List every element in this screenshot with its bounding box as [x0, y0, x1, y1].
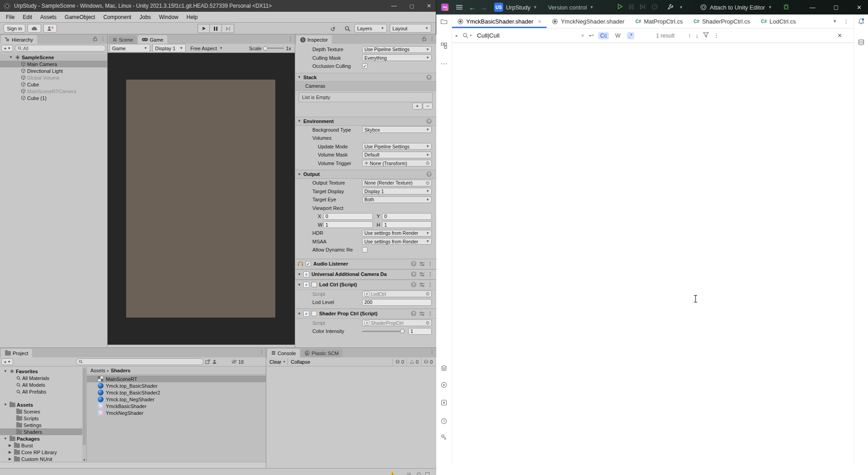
- hidden-packages-count[interactable]: 18: [231, 359, 244, 365]
- object-picker-icon[interactable]: ⊙: [426, 161, 429, 166]
- tab-scene[interactable]: Scene: [108, 35, 137, 44]
- foldout-icon[interactable]: ▼: [297, 272, 301, 276]
- help-icon[interactable]: ?: [426, 75, 432, 80]
- filter-icon[interactable]: [703, 32, 709, 39]
- field-dropdown[interactable]: Both▼: [362, 196, 432, 203]
- console-warning-toggle[interactable]: ! 0: [406, 358, 421, 366]
- field-object[interactable]: None (Render Texture)⊙: [362, 180, 432, 186]
- file-item[interactable]: SYmckNegShader: [87, 409, 266, 416]
- component-header[interactable]: ▼#Universal Additional Camera Da?⋮: [295, 269, 436, 280]
- field-object[interactable]: #ShaderPropCtrl⊙: [362, 319, 432, 326]
- field-dropdown[interactable]: Default▼: [362, 152, 432, 158]
- remove-button[interactable]: −: [423, 103, 433, 109]
- kebab-icon[interactable]: ⋮: [100, 36, 105, 42]
- menu-component[interactable]: Component: [99, 12, 135, 22]
- scale-knob[interactable]: [263, 46, 268, 51]
- search-query-input[interactable]: Cull|Cull: [477, 32, 576, 39]
- project-package-item[interactable]: ▶Burst: [0, 442, 82, 449]
- project-assets[interactable]: ▼Assets: [0, 401, 82, 408]
- project-folder-item[interactable]: Settings: [0, 422, 82, 428]
- component-enabled-checkbox[interactable]: [311, 311, 317, 316]
- slider-knob[interactable]: [400, 329, 405, 333]
- project-favorites[interactable]: ▼Favorites: [0, 368, 82, 375]
- aspect-dropdown[interactable]: Free Aspect▼: [188, 44, 225, 52]
- project-folder-item[interactable]: Scenes: [0, 408, 82, 415]
- menu-gameobject[interactable]: GameObject: [61, 12, 99, 22]
- status-activity-icon[interactable]: [417, 470, 421, 475]
- database-toolwindow-icon[interactable]: [858, 39, 864, 48]
- help-icon[interactable]: ?: [411, 271, 416, 277]
- more-toolwindows-icon[interactable]: ⋯: [441, 60, 448, 68]
- hierarchy-scene-root[interactable]: ▼SampleScene: [0, 54, 107, 61]
- problems-toolwindow-icon[interactable]: [441, 399, 447, 408]
- foldout-icon[interactable]: ▼: [3, 369, 8, 373]
- tab-plastic-scm[interactable]: p Plastic SCM: [301, 349, 343, 357]
- toolbar-search-button[interactable]: [344, 25, 350, 33]
- help-icon[interactable]: ?: [426, 119, 432, 124]
- project-toolwindow-icon[interactable]: [441, 18, 448, 26]
- component-enabled-checkbox[interactable]: ✓: [306, 261, 311, 266]
- project-package-item[interactable]: ▶Custom NUnit: [0, 456, 82, 462]
- expand-search-icon[interactable]: ▸: [456, 33, 458, 38]
- menu-assets[interactable]: Assets: [36, 12, 61, 22]
- project-query-item[interactable]: All Models: [0, 381, 82, 388]
- project-query-item[interactable]: All Prefabs: [0, 388, 82, 395]
- breadcrumb-shaders[interactable]: Shaders: [111, 368, 130, 373]
- file-item[interactable]: Ymck.top_NegShader: [87, 396, 266, 403]
- newline-icon[interactable]: ↩: [589, 32, 594, 39]
- kebab-icon[interactable]: ⋮: [259, 349, 264, 355]
- hierarchy-item[interactable]: Directional Light: [0, 67, 107, 74]
- field-input[interactable]: 200: [362, 299, 432, 306]
- play-button[interactable]: [198, 24, 210, 33]
- back-button[interactable]: ←: [469, 4, 476, 11]
- console-info-toggle[interactable]: ! 0: [392, 358, 406, 366]
- foldout-icon[interactable]: ▼: [297, 75, 301, 79]
- environment-header[interactable]: ▼Environment?: [295, 117, 436, 126]
- hierarchy-item[interactable]: Cube (1): [0, 95, 107, 101]
- menu-edit[interactable]: Edit: [19, 12, 36, 22]
- editor-tab[interactable]: YmckNegShader.shader: [547, 14, 630, 28]
- cloud-button[interactable]: [28, 24, 41, 33]
- axis-field[interactable]: 0: [323, 213, 373, 220]
- tab-project[interactable]: Project: [1, 349, 32, 357]
- hierarchy-item[interactable]: MainSceneRTCamera: [0, 88, 107, 95]
- rider-minimize-button[interactable]: —: [810, 4, 816, 11]
- layout-dropdown[interactable]: Layout▼: [390, 24, 431, 33]
- foldout-icon[interactable]: ▼: [297, 172, 301, 176]
- breadcrumb-assets[interactable]: Assets: [90, 368, 105, 373]
- help-icon[interactable]: ?: [411, 261, 416, 266]
- expand-icon[interactable]: ▶: [7, 450, 13, 454]
- foldout-icon[interactable]: ▼: [297, 312, 301, 316]
- kebab-icon[interactable]: ⋮: [288, 36, 293, 42]
- console-clear-button[interactable]: Clear▼: [268, 359, 288, 365]
- field-checkbox[interactable]: [362, 247, 368, 252]
- project-folder-item[interactable]: Shaders: [0, 428, 82, 435]
- display-dropdown[interactable]: Display 1▼: [152, 44, 186, 52]
- kebab-icon[interactable]: ⋮: [428, 311, 433, 317]
- hierarchy-item[interactable]: Global Volume: [0, 74, 107, 81]
- console-error-toggle[interactable]: 0: [421, 358, 435, 366]
- rider-close-button[interactable]: ✕: [857, 4, 862, 11]
- profiler-button[interactable]: [651, 4, 658, 11]
- foldout-icon[interactable]: ▼: [297, 119, 301, 123]
- object-picker-icon[interactable]: ⊙: [426, 180, 429, 185]
- expand-icon[interactable]: ▶: [7, 443, 13, 447]
- menu-window[interactable]: Window: [155, 12, 183, 22]
- chevron-down-icon[interactable]: ▼: [679, 5, 683, 10]
- status-warning-icon[interactable]: !: [390, 470, 395, 475]
- axis-field[interactable]: 1: [382, 221, 432, 228]
- field-dropdown[interactable]: Use Pipeline Settings▼: [362, 143, 432, 150]
- scale-slider[interactable]: [263, 48, 284, 49]
- hierarchy-add-button[interactable]: +▼: [1, 45, 13, 52]
- menu-file[interactable]: File: [2, 12, 19, 22]
- editor-tab[interactable]: C#ShaderPropCtrl.cs: [688, 14, 755, 28]
- add-button[interactable]: +: [412, 103, 422, 109]
- tab-options-kebab-icon[interactable]: ⋮: [843, 18, 849, 25]
- component-enabled-checkbox[interactable]: [311, 282, 317, 287]
- status-console-icon[interactable]: [407, 470, 411, 475]
- kebab-icon[interactable]: ⋮: [429, 36, 434, 42]
- foldout-icon[interactable]: ▼: [297, 283, 301, 287]
- unity-minimize-button[interactable]: —: [392, 3, 397, 9]
- field-dropdown[interactable]: Use settings from Render▼: [362, 238, 432, 245]
- kebab-icon[interactable]: ⋮: [428, 282, 433, 288]
